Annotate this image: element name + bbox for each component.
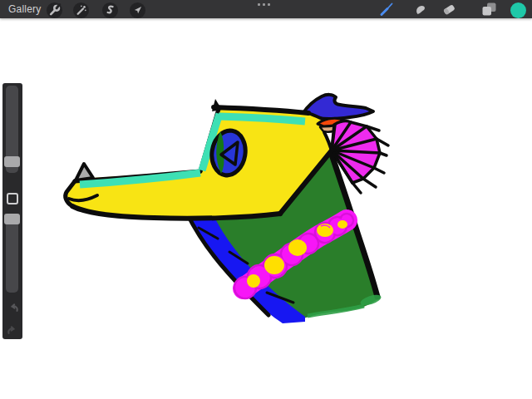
redo-button[interactable] [5, 322, 22, 338]
undo-arrow-icon [4, 299, 21, 316]
selection-button[interactable] [102, 2, 118, 18]
nose-horn [76, 164, 93, 180]
transform-arrow-icon [130, 2, 145, 18]
smudge-tool-button[interactable] [411, 0, 430, 18]
adjustments-button[interactable] [73, 2, 89, 18]
top-toolbar: Gallery [0, 0, 532, 18]
undo-button[interactable] [4, 299, 21, 316]
dragon-artwork [66, 95, 388, 323]
layers-icon [480, 0, 498, 18]
ellipsis-icon [258, 3, 260, 6]
redo-arrow-icon [5, 322, 22, 338]
layers-button[interactable] [480, 0, 498, 18]
paint-tool-button[interactable] [377, 0, 396, 18]
opacity-handle[interactable] [4, 214, 20, 224]
eraser-icon [440, 0, 458, 18]
brush-size-handle[interactable] [4, 156, 20, 167]
eraser-tool-button[interactable] [440, 0, 458, 18]
more-options-button[interactable] [258, 3, 270, 6]
color-swatch-button[interactable] [510, 2, 526, 18]
gallery-button[interactable]: Gallery [8, 0, 41, 18]
modify-button[interactable] [7, 193, 18, 204]
opacity-slider[interactable] [6, 214, 18, 293]
drawing-canvas[interactable] [0, 0, 532, 399]
actions-button[interactable] [47, 2, 62, 18]
smudge-finger-icon [411, 0, 430, 18]
transform-button[interactable] [130, 2, 145, 18]
paint-brush-icon [377, 0, 396, 18]
magic-wand-icon [73, 2, 89, 18]
wrench-icon [47, 2, 62, 18]
selection-s-icon [102, 2, 118, 18]
sidebar-controls [2, 83, 22, 339]
